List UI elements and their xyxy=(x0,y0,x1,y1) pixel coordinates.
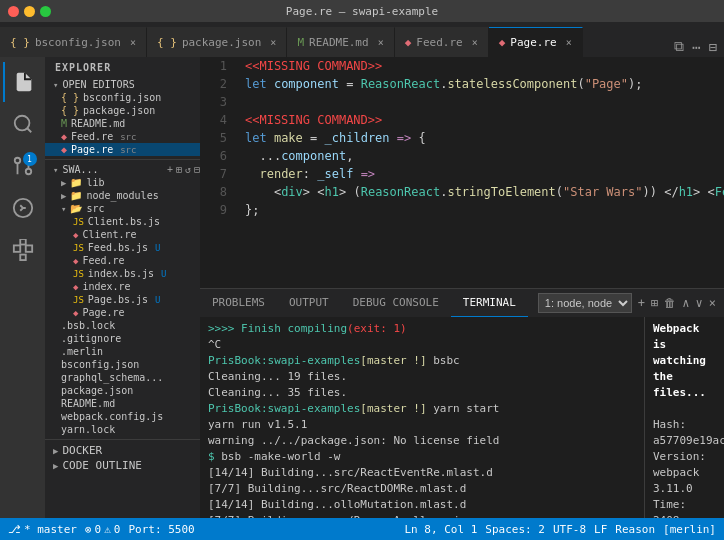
file-index-re[interactable]: ◆ index.re xyxy=(45,280,200,293)
close-button[interactable] xyxy=(8,6,19,17)
file-graphql-schema[interactable]: graphql_schema... xyxy=(45,371,200,384)
open-file-readme[interactable]: M README.md xyxy=(45,117,200,130)
folder-node-modules[interactable]: ▶ 📁 node_modules xyxy=(45,189,200,202)
open-file-package[interactable]: { } package.json xyxy=(45,104,200,117)
close-panel-button[interactable]: × xyxy=(709,296,716,310)
file-client-re[interactable]: ◆ Client.re xyxy=(45,228,200,241)
file-merlin[interactable]: .merlin xyxy=(45,345,200,358)
tab-page[interactable]: ◆ Page.re × xyxy=(489,27,583,57)
line-ending[interactable]: LF xyxy=(594,523,607,536)
file-client-bs-js[interactable]: JS Client.bs.js xyxy=(45,215,200,228)
tab-close[interactable]: × xyxy=(472,37,478,48)
tab-close[interactable]: × xyxy=(378,37,384,48)
file-webpack-config[interactable]: webpack.config.js xyxy=(45,410,200,423)
merlin-status[interactable]: [merlin] xyxy=(663,523,716,536)
new-file-icon[interactable]: + xyxy=(167,164,173,175)
folder-lib[interactable]: ▶ 📁 lib xyxy=(45,176,200,189)
folder-icon: 📁 xyxy=(70,177,82,188)
file-page-re[interactable]: ◆ Page.re xyxy=(45,306,200,319)
tab-icon: ◆ xyxy=(405,36,412,49)
add-terminal-button[interactable]: + xyxy=(638,296,645,310)
code-outline-header[interactable]: ▶ CODE OUTLINE xyxy=(45,458,200,473)
errors-count[interactable]: ⊗ 0 ⚠ 0 xyxy=(85,523,121,536)
tab-output[interactable]: OUTPUT xyxy=(277,289,341,317)
new-folder-icon[interactable]: ⊞ xyxy=(176,164,182,175)
split-terminal-button[interactable]: ⊞ xyxy=(651,296,658,310)
cursor-position[interactable]: Ln 8, Col 1 xyxy=(404,523,477,536)
tab-package[interactable]: { } package.json × xyxy=(147,27,287,57)
tab-readme[interactable]: M README.md × xyxy=(287,27,394,57)
encoding[interactable]: UTF-8 xyxy=(553,523,586,536)
file-gitignore[interactable]: .gitignore xyxy=(45,332,200,345)
file-readme[interactable]: README.md xyxy=(45,397,200,410)
maximize-button[interactable] xyxy=(40,6,51,17)
line-num: 7 xyxy=(208,165,227,183)
docker-header[interactable]: ▶ DOCKER xyxy=(45,443,200,458)
terminal-left[interactable]: >>>> Finish compiling(exit: 1) ^C PrisBo… xyxy=(200,317,645,518)
line-num: 4 xyxy=(208,111,227,129)
term-line: Cleaning... 35 files. xyxy=(208,385,636,401)
code-outline-label: CODE OUTLINE xyxy=(62,459,141,472)
swapi-actions: + ⊞ ↺ ⊟ xyxy=(167,164,200,175)
tab-close[interactable]: × xyxy=(270,37,276,48)
folder-src[interactable]: ▾ 📂 src xyxy=(45,202,200,215)
status-left: ⎇ * master ⊗ 0 ⚠ 0 Port: 5500 xyxy=(8,523,195,536)
term-line xyxy=(653,401,716,417)
activity-debug[interactable] xyxy=(3,188,43,228)
file-label: webpack.config.js xyxy=(61,411,163,422)
more-actions-button[interactable]: ⋯ xyxy=(690,37,702,57)
language-mode[interactable]: Reason xyxy=(615,523,655,536)
activity-explorer[interactable] xyxy=(3,62,43,102)
tab-problems[interactable]: PROBLEMS xyxy=(200,289,277,317)
terminal-right[interactable]: Webpack is watching the files... Hash: a… xyxy=(645,317,724,518)
file-label: index.bs.js xyxy=(88,268,154,279)
tab-bsconfig[interactable]: { } bsconfig.json × xyxy=(0,27,147,57)
git-branch[interactable]: ⎇ * master xyxy=(8,523,77,536)
tab-close[interactable]: × xyxy=(130,37,136,48)
file-label: Page.re xyxy=(71,144,113,155)
window-controls[interactable] xyxy=(8,6,51,17)
minimize-button[interactable] xyxy=(24,6,35,17)
open-editors-header[interactable]: ▾ OPEN EDITORS xyxy=(45,78,200,91)
activity-source-control[interactable]: 1 xyxy=(3,146,43,186)
md-icon: M xyxy=(61,118,67,129)
arrow-icon: ▶ xyxy=(53,461,58,471)
tab-icon: { } xyxy=(157,36,177,49)
file-page-bs-js[interactable]: JS Page.bs.js U xyxy=(45,293,200,306)
file-index-bs-js[interactable]: JS index.bs.js U xyxy=(45,267,200,280)
file-label: README.md xyxy=(71,118,125,129)
open-file-bsconfig[interactable]: { } bsconfig.json xyxy=(45,91,200,104)
activity-extensions[interactable] xyxy=(3,230,43,270)
chevron-down-icon[interactable]: ∨ xyxy=(696,296,703,310)
port-info[interactable]: Port: 5500 xyxy=(128,523,194,536)
file-package-json[interactable]: package.json xyxy=(45,384,200,397)
collapse-button[interactable]: ⊟ xyxy=(707,37,719,57)
chevron-up-icon[interactable]: ∧ xyxy=(682,296,689,310)
file-label: bsconfig.json xyxy=(61,359,139,370)
split-editor-button[interactable]: ⧉ xyxy=(672,36,686,57)
panel: PROBLEMS OUTPUT DEBUG CONSOLE TERMINAL 1… xyxy=(200,288,724,518)
tab-feed[interactable]: ◆ Feed.re × xyxy=(395,27,489,57)
tab-close[interactable]: × xyxy=(566,37,572,48)
code-editor[interactable]: 1 2 3 4 5 6 7 8 9 <<MISSING COMMAND>> le… xyxy=(200,57,724,288)
refresh-icon[interactable]: ↺ xyxy=(185,164,191,175)
file-yarn-lock[interactable]: yarn.lock xyxy=(45,423,200,436)
code-content[interactable]: <<MISSING COMMAND>> let component = Reas… xyxy=(235,57,724,288)
tab-terminal[interactable]: TERMINAL xyxy=(451,289,528,317)
open-file-page[interactable]: ◆ Page.re src xyxy=(45,143,200,156)
file-feed-bs-js[interactable]: JS Feed.bs.js U xyxy=(45,241,200,254)
open-file-feed[interactable]: ◆ Feed.re src xyxy=(45,130,200,143)
swapi-header[interactable]: ▾ SWA... + ⊞ ↺ ⊟ xyxy=(45,163,200,176)
file-feed-re[interactable]: ◆ Feed.re xyxy=(45,254,200,267)
indentation[interactable]: Spaces: 2 xyxy=(485,523,545,536)
terminal-selector[interactable]: 1: node, node xyxy=(538,293,632,313)
activity-search[interactable] xyxy=(3,104,43,144)
tab-debug-console[interactable]: DEBUG CONSOLE xyxy=(341,289,451,317)
file-label: README.md xyxy=(61,398,115,409)
file-bsconfig[interactable]: bsconfig.json xyxy=(45,358,200,371)
merlin-label: [merlin] xyxy=(663,523,716,536)
re-icon: ◆ xyxy=(73,308,78,318)
trash-icon[interactable]: 🗑 xyxy=(664,296,676,310)
file-bsb-lock[interactable]: .bsb.lock xyxy=(45,319,200,332)
line-num: 5 xyxy=(208,129,227,147)
